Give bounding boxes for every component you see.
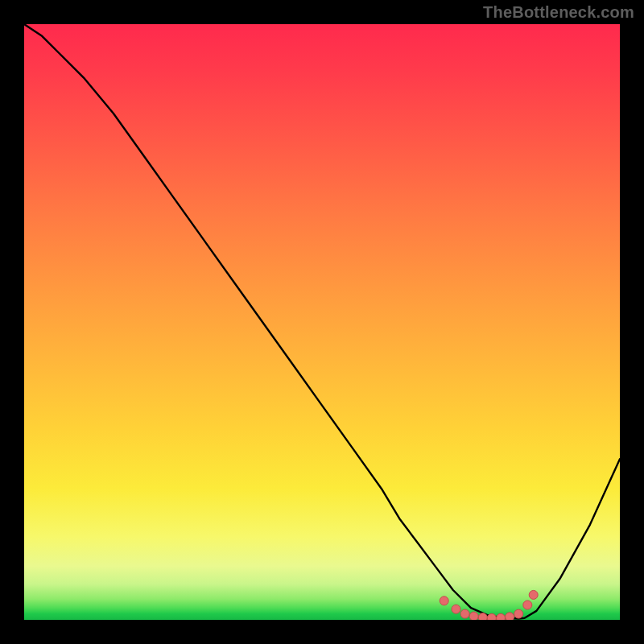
- marker-dot: [469, 612, 478, 620]
- watermark-text: TheBottleneck.com: [483, 3, 634, 22]
- marker-dot: [514, 609, 523, 618]
- chart-svg: [24, 24, 620, 620]
- optimal-range-markers: [440, 590, 538, 620]
- marker-dot: [487, 613, 496, 620]
- marker-dot: [440, 597, 448, 605]
- marker-dot: [497, 613, 506, 620]
- marker-dot: [452, 605, 460, 613]
- marker-dot: [523, 601, 532, 609]
- marker-dot: [460, 609, 469, 618]
- marker-dot: [529, 590, 538, 599]
- plot-area: [24, 24, 620, 620]
- bottleneck-curve: [24, 24, 620, 619]
- marker-dot: [478, 613, 487, 620]
- chart-frame: TheBottleneck.com: [0, 0, 644, 644]
- marker-dot: [506, 613, 514, 620]
